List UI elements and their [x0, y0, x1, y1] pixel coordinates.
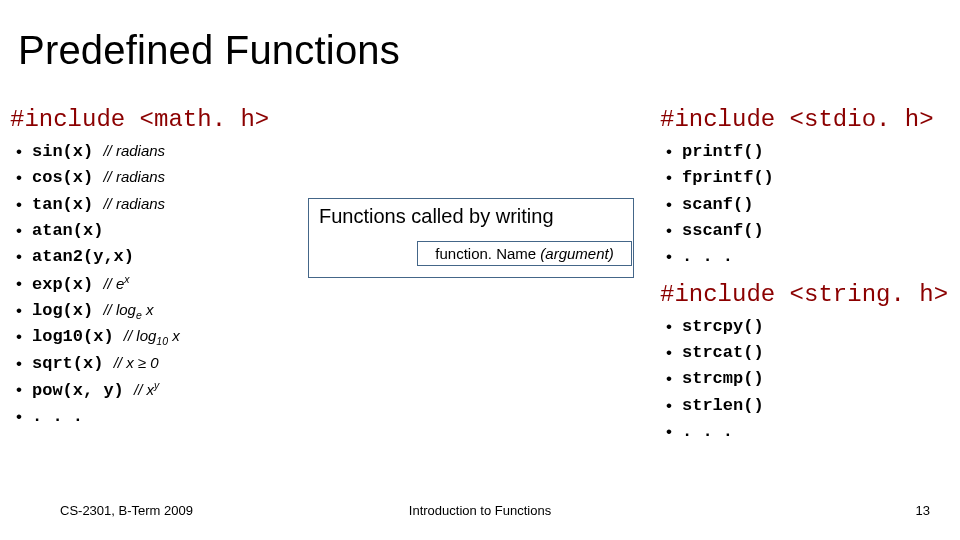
- func-code: log10(x): [32, 327, 114, 346]
- list-item: sscanf(): [682, 218, 950, 244]
- func-code: sin(x): [32, 142, 93, 161]
- list-item: sqrt(x) // x ≥ 0: [32, 351, 330, 377]
- list-item: sin(x) // radians: [32, 139, 330, 165]
- right-column: #include <stdio. h> printf() fprintf() s…: [660, 106, 950, 455]
- slide: Predefined Functions #include <math. h> …: [0, 0, 960, 540]
- func-comment: // radians: [103, 142, 165, 159]
- func-code: atan2(y,x): [32, 247, 134, 266]
- func-code: sscanf(): [682, 221, 764, 240]
- func-comment: // x ≥ 0: [114, 354, 159, 371]
- callout-subbox: function. Name (argument): [417, 241, 632, 266]
- footer-center: Introduction to Functions: [0, 503, 960, 518]
- math-function-list: sin(x) // radians cos(x) // radians tan(…: [10, 139, 330, 431]
- list-item: log10(x) // log10 x: [32, 324, 330, 350]
- func-comment: // xy: [134, 381, 159, 398]
- list-item: . . .: [682, 244, 950, 270]
- list-item: strcmp(): [682, 366, 950, 392]
- left-column: #include <math. h> sin(x) // radians cos…: [10, 106, 330, 431]
- callout-line1: Functions called by writing: [319, 205, 623, 228]
- func-code: printf(): [682, 142, 764, 161]
- func-comment: // radians: [103, 168, 165, 185]
- func-code: strcpy(): [682, 317, 764, 336]
- func-code: pow(x, y): [32, 381, 124, 400]
- include-math-header: #include <math. h>: [10, 106, 330, 133]
- list-item: . . .: [682, 419, 950, 445]
- func-comment: // loge x: [103, 301, 153, 318]
- func-code: . . .: [682, 247, 733, 266]
- func-code: cos(x): [32, 168, 93, 187]
- list-item: atan2(y,x): [32, 244, 330, 270]
- func-code: . . .: [32, 407, 83, 426]
- list-item: strlen(): [682, 393, 950, 419]
- string-section: #include <string. h> strcpy() strcat() s…: [660, 281, 950, 446]
- func-code: strcat(): [682, 343, 764, 362]
- list-item: log(x) // loge x: [32, 298, 330, 324]
- list-item: strcpy(): [682, 314, 950, 340]
- func-code: scanf(): [682, 195, 753, 214]
- stdio-section: #include <stdio. h> printf() fprintf() s…: [660, 106, 950, 271]
- callout-arg: (argument): [540, 245, 613, 262]
- stdio-function-list: printf() fprintf() scanf() sscanf() . . …: [660, 139, 950, 271]
- func-code: atan(x): [32, 221, 103, 240]
- func-code: log(x): [32, 301, 93, 320]
- func-code: exp(x): [32, 275, 93, 294]
- func-code: strlen(): [682, 396, 764, 415]
- func-comment: // radians: [103, 195, 165, 212]
- callout-fn: function. Name: [435, 245, 536, 262]
- list-item: scanf(): [682, 192, 950, 218]
- list-item: strcat(): [682, 340, 950, 366]
- func-code: . . .: [682, 422, 733, 441]
- page-title: Predefined Functions: [18, 28, 400, 73]
- func-comment: // ex: [103, 275, 129, 292]
- list-item: fprintf(): [682, 165, 950, 191]
- list-item: atan(x): [32, 218, 330, 244]
- list-item: printf(): [682, 139, 950, 165]
- func-code: fprintf(): [682, 168, 774, 187]
- footer-page-number: 13: [916, 503, 930, 518]
- callout-box: Functions called by writing function. Na…: [308, 198, 634, 278]
- func-code: sqrt(x): [32, 354, 103, 373]
- list-item: tan(x) // radians: [32, 192, 330, 218]
- include-string-header: #include <string. h>: [660, 281, 950, 308]
- func-comment: // log10 x: [124, 327, 180, 344]
- list-item: pow(x, y) // xy: [32, 377, 330, 404]
- string-function-list: strcpy() strcat() strcmp() strlen() . . …: [660, 314, 950, 446]
- func-code: tan(x): [32, 195, 93, 214]
- list-item: cos(x) // radians: [32, 165, 330, 191]
- func-code: strcmp(): [682, 369, 764, 388]
- include-stdio-header: #include <stdio. h>: [660, 106, 950, 133]
- list-item: . . .: [32, 404, 330, 430]
- list-item: exp(x) // ex: [32, 271, 330, 298]
